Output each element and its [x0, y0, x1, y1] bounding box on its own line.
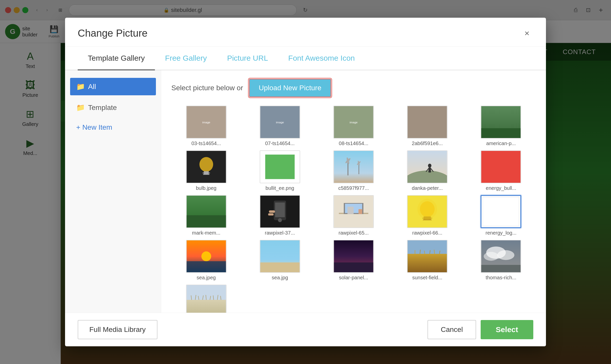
svg-rect-15 [265, 155, 295, 179]
image-item-2ab6[interactable]: 2ab6f591e6... [393, 106, 462, 146]
svg-rect-52 [483, 197, 519, 226]
image-item-bullit[interactable]: bullit_ee.png [245, 150, 315, 191]
svg-point-54 [201, 252, 211, 261]
svg-text:image: image [276, 121, 284, 124]
thumb-american [481, 106, 521, 139]
sidebar-template-folder[interactable]: 📁 Template [70, 99, 156, 116]
tab-font-awesome[interactable]: Font Awesome Icon [278, 47, 365, 70]
image-label-solar: solar-panel... [339, 275, 368, 281]
svg-point-25 [428, 164, 432, 168]
thumb-renergy [481, 195, 521, 228]
svg-rect-74 [187, 300, 226, 313]
image-item-renergy[interactable]: renergy_log... [466, 195, 536, 236]
svg-point-35 [278, 218, 282, 222]
image-item-bulb[interactable]: bulb.jpeg [171, 150, 241, 191]
image-label-sea-jpeg: sea.jpeg [197, 275, 216, 281]
modal-body: 📁 All 📁 Template + New Item Select pictu… [65, 70, 546, 313]
image-label-07ts: 07-ts14654... [265, 141, 295, 146]
image-item-danka[interactable]: danka-peter... [393, 150, 462, 191]
image-item-rawpixel37[interactable]: rawpixel-37... [245, 195, 315, 236]
svg-rect-16 [334, 151, 373, 183]
svg-rect-26 [429, 168, 431, 172]
thumb-03ts: image [186, 106, 227, 139]
image-item-mark[interactable]: mark-mem... [171, 195, 241, 236]
svg-point-70 [497, 250, 515, 260]
sidebar-all-folder[interactable]: 📁 All [70, 78, 156, 95]
image-item-rawpixel65[interactable]: rawpixel-65... [319, 195, 388, 236]
image-item-03ts[interactable]: image 03-ts14654... [171, 106, 241, 146]
svg-rect-31 [187, 215, 226, 228]
image-label-rawpixel66: rawpixel-66... [412, 230, 442, 236]
image-item-sunset[interactable]: sunset-field... [393, 240, 462, 281]
image-label-sunset: sunset-field... [412, 275, 442, 281]
image-label-energy: energy_bull... [486, 185, 516, 191]
upload-new-picture-btn[interactable]: Upload New Picture [249, 79, 331, 97]
sidebar-new-item[interactable]: + New Item [70, 119, 156, 136]
image-label-american: american-p... [486, 141, 516, 146]
svg-rect-37 [268, 213, 273, 216]
gallery-header-text: Select picture below or [171, 84, 243, 92]
image-item-thomas[interactable]: thomas-rich... [466, 240, 536, 281]
all-folder-icon: 📁 [76, 82, 85, 91]
image-label-rawpixel65: rawpixel-65... [339, 230, 369, 236]
image-item-rawpixel66[interactable]: rawpixel-66... [393, 195, 462, 236]
image-item-sea-jpeg[interactable]: sea.jpeg [171, 240, 241, 281]
full-media-library-btn[interactable]: Full Media Library [78, 320, 157, 339]
svg-rect-43 [348, 207, 354, 214]
image-grid: image 03-ts14654... image 07-ts14654 [171, 106, 536, 313]
svg-rect-36 [269, 210, 275, 213]
image-item-c58[interactable]: c58597f977... [319, 150, 388, 191]
svg-text:image: image [350, 121, 358, 124]
svg-rect-6 [408, 106, 447, 138]
image-item-american[interactable]: american-p... [466, 106, 536, 146]
thumb-sea-jpeg [186, 240, 227, 273]
template-folder-label: Template [88, 104, 117, 112]
image-item-08ts[interactable]: image 08-ts14654... [319, 106, 388, 146]
image-label-2ab6: 2ab6f591e6... [412, 141, 443, 146]
thumb-wind [186, 285, 227, 313]
image-item-sea-jpg[interactable]: sea.jpg [245, 240, 315, 281]
svg-rect-72 [481, 265, 521, 272]
new-item-label: + New Item [76, 123, 112, 131]
footer-action-buttons: Cancel Select [427, 320, 533, 339]
cancel-btn[interactable]: Cancel [427, 320, 476, 339]
image-label-sea-jpg: sea.jpg [272, 275, 288, 281]
svg-point-71 [484, 252, 499, 261]
thumb-2ab6 [407, 106, 447, 139]
thumb-rawpixel66 [407, 195, 447, 228]
tab-template-gallery[interactable]: Template Gallery [78, 47, 155, 70]
svg-rect-57 [260, 262, 299, 272]
thumb-sea-jpg [260, 240, 300, 273]
thumb-mark [186, 195, 227, 228]
svg-point-50 [417, 199, 437, 219]
all-folder-label: All [88, 83, 96, 91]
thumb-rawpixel37 [260, 195, 300, 228]
svg-rect-55 [187, 261, 226, 272]
modal-sidebar: 📁 All 📁 Template + New Item [65, 70, 161, 313]
image-label-thomas: thomas-rich... [486, 275, 516, 281]
image-label-bulb: bulb.jpeg [196, 185, 216, 191]
thumb-08ts: image [333, 106, 374, 139]
image-label-bullit: bullit_ee.png [266, 185, 294, 191]
modal-close-btn[interactable]: × [521, 27, 533, 39]
svg-text:image: image [202, 121, 210, 124]
modal-footer: Full Media Library Cancel Select [65, 313, 546, 346]
image-item-wind[interactable]: wind.jpg [171, 285, 241, 313]
template-folder-icon: 📁 [76, 103, 85, 112]
tab-picture-url[interactable]: Picture URL [217, 47, 278, 70]
image-label-rawpixel37: rawpixel-37... [265, 230, 295, 236]
image-label-08ts: 08-ts14654... [339, 141, 369, 146]
image-item-solar[interactable]: solar-panel... [319, 240, 388, 281]
select-btn[interactable]: Select [481, 320, 533, 339]
svg-rect-59 [334, 262, 373, 272]
modal-title: Change Picture [78, 28, 148, 39]
svg-rect-61 [408, 254, 447, 272]
image-item-energy[interactable]: energy_bull... [466, 150, 536, 191]
gallery-header: Select picture below or Upload New Pictu… [171, 79, 536, 97]
tab-free-gallery[interactable]: Free Gallery [155, 47, 217, 70]
image-label-renergy: renergy_log... [485, 230, 516, 236]
image-item-07ts[interactable]: image 07-ts14654... [245, 106, 315, 146]
thumb-energy [481, 150, 521, 183]
svg-rect-29 [481, 151, 521, 183]
thumb-sunset [407, 240, 447, 273]
